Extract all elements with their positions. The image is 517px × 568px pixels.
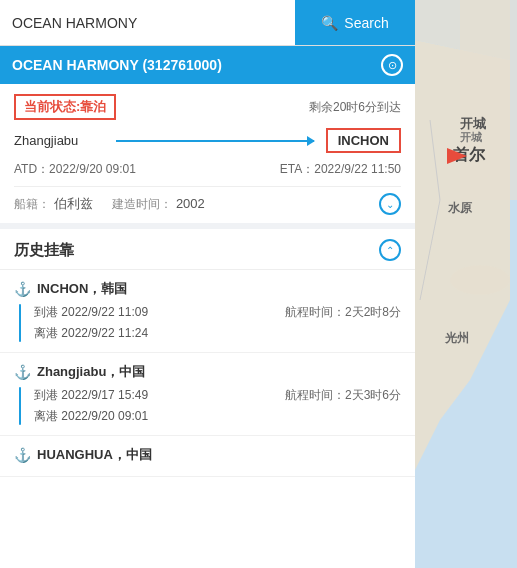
arrival-time-0: 到港 2022/9/22 11:09 <box>34 304 148 321</box>
svg-rect-3 <box>460 0 517 200</box>
history-toggle[interactable]: ⌃ <box>379 239 401 261</box>
info-card: 当前状态:靠泊 剩余20时6分到达 Zhangjiabu INCHON ATD：… <box>0 84 415 229</box>
ship-title: OCEAN HARMONY (312761000) <box>12 57 222 73</box>
location-marker <box>447 148 467 167</box>
departure-line-1: 离港 2022/9/20 09:01 <box>34 408 401 425</box>
built-value: 2002 <box>176 196 205 211</box>
map-label-gwangju: 光州 <box>445 330 469 347</box>
search-bar: 🔍 Search <box>0 0 415 46</box>
details-toggle[interactable]: ⌄ <box>379 193 401 215</box>
map-label-kaesong-display: 开城 <box>460 130 482 145</box>
arrival-time-1: 到港 2022/9/17 15:49 <box>34 387 148 404</box>
status-row: 当前状态:靠泊 剩余20时6分到达 <box>14 94 401 120</box>
main-panel: 🔍 Search OCEAN HARMONY (312761000) ⊙ 当前状… <box>0 0 415 568</box>
ship-header: OCEAN HARMONY (312761000) ⊙ <box>0 46 415 84</box>
history-title: 历史挂靠 <box>14 241 74 260</box>
port-name-2: HUANGHUA，中国 <box>37 446 152 464</box>
port-name-0: INCHON，韩国 <box>37 280 127 298</box>
svg-point-4 <box>450 265 510 295</box>
history-section[interactable]: 历史挂靠 ⌃ ⚓ INCHON，韩国 到港 2022/9/22 11:09 航程… <box>0 229 415 568</box>
departure-line-0: 离港 2022/9/22 11:24 <box>34 325 401 342</box>
anchor-icon-1: ⚓ <box>14 364 31 380</box>
divider <box>14 186 401 187</box>
details-row: 船籍： 伯利兹 建造时间： 2002 ⌄ <box>14 193 401 215</box>
search-button[interactable]: 🔍 Search <box>295 0 415 45</box>
departure-time-0: 离港 2022/9/22 11:24 <box>34 325 148 342</box>
search-icon: 🔍 <box>321 15 338 31</box>
route-origin: Zhangjiabu <box>14 133 104 148</box>
port-times-0: 到港 2022/9/22 11:09 航程时间：2天2时8分 离港 2022/9… <box>14 304 401 342</box>
ship-header-toggle[interactable]: ⊙ <box>381 54 403 76</box>
atd-label: ATD：2022/9/20 09:01 <box>14 161 136 178</box>
history-header: 历史挂靠 ⌃ <box>0 229 415 270</box>
port-name-row-2: ⚓ HUANGHUA，中国 <box>14 446 401 464</box>
port-name-row-0: ⚓ INCHON，韩国 <box>14 280 401 298</box>
port-name-1: Zhangjiabu，中国 <box>37 363 145 381</box>
svg-marker-7 <box>447 148 467 164</box>
status-badge: 当前状态:靠泊 <box>14 94 116 120</box>
arrival-line-1: 到港 2022/9/17 15:49 航程时间：2天3时6分 <box>34 387 401 404</box>
port-times-1: 到港 2022/9/17 15:49 航程时间：2天3时6分 离港 2022/9… <box>14 387 401 425</box>
search-input[interactable] <box>0 0 295 45</box>
route-row: Zhangjiabu INCHON <box>14 128 401 153</box>
port-entry-0: ⚓ INCHON，韩国 到港 2022/9/22 11:09 航程时间：2天2时… <box>0 270 415 353</box>
flag-label: 船籍： <box>14 197 50 211</box>
time-row: ATD：2022/9/20 09:01 ETA：2022/9/22 11:50 <box>14 161 401 178</box>
built-label: 建造时间： <box>112 197 172 211</box>
flag-value: 伯利兹 <box>54 196 93 211</box>
arrival-line-0: 到港 2022/9/22 11:09 航程时间：2天2时8分 <box>34 304 401 321</box>
route-destination: INCHON <box>326 128 401 153</box>
port-entry-2: ⚓ HUANGHUA，中国 <box>0 436 415 477</box>
port-entry-1: ⚓ Zhangjiabu，中国 到港 2022/9/17 15:49 航程时间：… <box>0 353 415 436</box>
anchor-icon-2: ⚓ <box>14 447 31 463</box>
search-button-label: Search <box>344 15 388 31</box>
duration-0: 航程时间：2天2时8分 <box>285 304 401 321</box>
remaining-time: 剩余20时6分到达 <box>309 99 401 116</box>
duration-1: 航程时间：2天3时6分 <box>285 387 401 404</box>
flag-detail: 船籍： 伯利兹 建造时间： 2002 <box>14 195 205 213</box>
chevron-up2-icon: ⌃ <box>386 245 394 256</box>
eta-label: ETA：2022/9/22 11:50 <box>280 161 401 178</box>
map-label-suwon: 水原 <box>448 200 472 217</box>
chevron-up-icon: ⊙ <box>388 59 397 72</box>
port-name-row-1: ⚓ Zhangjiabu，中国 <box>14 363 401 381</box>
route-arrow <box>116 140 314 142</box>
chevron-down-icon: ⌄ <box>386 199 394 210</box>
departure-time-1: 离港 2022/9/20 09:01 <box>34 408 148 425</box>
anchor-icon-0: ⚓ <box>14 281 31 297</box>
